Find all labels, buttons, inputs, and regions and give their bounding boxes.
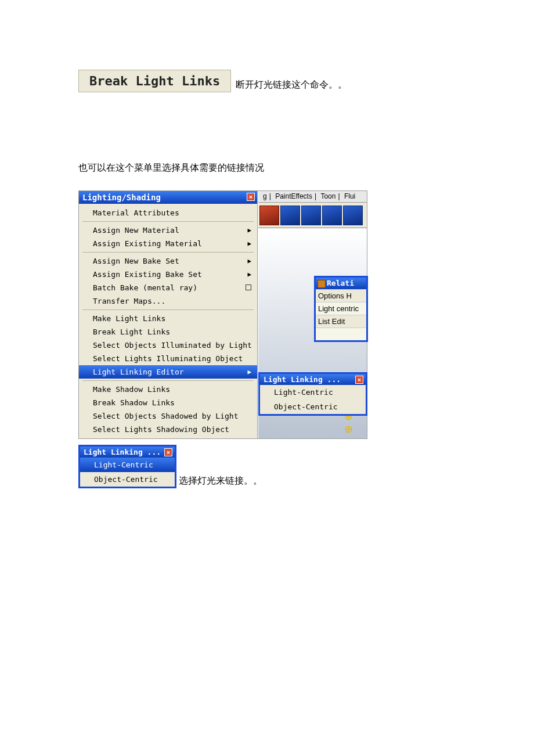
- submenu-title-text: Light Linking ...: [84, 448, 161, 456]
- menu-item-batch-bake[interactable]: Batch Bake (mental ray): [79, 281, 257, 294]
- close-icon[interactable]: ×: [164, 448, 172, 456]
- menu-item-label: Assign Existing Material: [93, 239, 202, 248]
- menu-item-break-shadow-links[interactable]: Break Shadow Links: [79, 396, 257, 409]
- panel-row-text: Light centric: [318, 304, 359, 313]
- submenu-item-light-centric[interactable]: Light-Centric: [260, 385, 366, 399]
- shelf-icon[interactable]: [280, 206, 300, 225]
- menu-item-label: Make Shadow Links: [93, 385, 170, 394]
- menu-item-label: Light Linking Editor: [93, 368, 184, 376]
- menu-item-light-linking-editor[interactable]: Light Linking Editor ▶: [79, 365, 257, 379]
- submenu-body: Light-Centric Object-Centric: [80, 458, 175, 487]
- menu-item-label: Select Lights Shadowing Object: [93, 425, 229, 434]
- chevron-right-icon: ▶: [247, 368, 251, 376]
- menu-item-assign-existing-material[interactable]: Assign Existing Material ▶: [79, 237, 257, 250]
- menu-item-make-light-links[interactable]: Make Light Links: [79, 312, 257, 325]
- menu-separator: [82, 221, 254, 222]
- close-icon[interactable]: ×: [247, 193, 255, 201]
- panel-row-text: List Edit: [318, 317, 345, 326]
- section-note: 也可以在这个菜单里选择具体需要的链接情况: [78, 162, 456, 174]
- menu-item-label: Break Light Links: [93, 327, 170, 336]
- shelf-icon[interactable]: [259, 206, 279, 225]
- menu-item-select-lights-illuminating-object[interactable]: Select Lights Illuminating Object: [79, 352, 257, 365]
- submenu-item-label: Light-Centric: [274, 388, 333, 397]
- menu-item-label: Select Lights Illuminating Object: [93, 354, 243, 363]
- submenu-body: Light-Centric Object-Centric: [260, 385, 366, 414]
- menu-item-make-shadow-links[interactable]: Make Shadow Links: [79, 383, 257, 396]
- menu-item-select-objects-shadowed[interactable]: Select Objects Shadowed by Light: [79, 409, 257, 423]
- submenu-item-label: Object-Centric: [94, 475, 158, 484]
- shelf-tab[interactable]: Flui: [344, 192, 355, 200]
- menu-body: Material Attributes Assign New Material …: [79, 204, 257, 438]
- menu-item-label: Material Attributes: [93, 208, 179, 217]
- relationship-editor-panel: Relati Options H Light centric List Edit: [314, 276, 368, 342]
- panel-menu-row[interactable]: Options H: [316, 289, 366, 302]
- chevron-right-icon: ▶: [247, 271, 251, 278]
- panel-title-text: Relati: [327, 279, 354, 287]
- menu-item-select-lights-shadowing[interactable]: Select Lights Shadowing Object: [79, 423, 257, 436]
- break-light-links-label: Break Light Links: [89, 74, 220, 88]
- manipulator-icon: ⊕: [342, 423, 354, 435]
- menu-item-label: Select Objects Illuminated by Light: [93, 341, 252, 350]
- shelf-tab[interactable]: g: [263, 192, 267, 200]
- menu-item-assign-existing-bake-set[interactable]: Assign Existing Bake Set ▶: [79, 268, 257, 281]
- panel-menu-row[interactable]: List Edit: [316, 315, 366, 327]
- submenu-title-bar: Light Linking ... ×: [80, 447, 175, 458]
- panel-toolbar-row: [316, 327, 366, 340]
- submenu-item-light-centric[interactable]: Light-Centric: [80, 458, 175, 472]
- menu-title-text: Lighting/Shading: [82, 193, 161, 202]
- light-linking-submenu: Light Linking ... × Light-Centric Object…: [258, 372, 367, 416]
- submenu-title-text: Light Linking ...: [264, 375, 341, 384]
- light-linking-small-screenshot: Light Linking ... × Light-Centric Object…: [78, 445, 176, 488]
- menu-separator: [82, 309, 254, 310]
- menu-item-label: Transfer Maps...: [93, 297, 165, 305]
- break-light-links-caption: 断开灯光链接这个命令。。: [236, 79, 347, 91]
- submenu-item-label: Light-Centric: [94, 460, 153, 469]
- menu-item-label: Assign Existing Bake Set: [93, 270, 202, 279]
- menu-item-break-light-links[interactable]: Break Light Links: [79, 325, 257, 339]
- chevron-right-icon: ▶: [247, 240, 251, 247]
- menu-item-material-attributes[interactable]: Material Attributes: [79, 206, 257, 219]
- submenu-title-bar: Light Linking ... ×: [260, 374, 366, 385]
- shelf-tab[interactable]: Toon: [320, 192, 335, 200]
- submenu-item-label: Object-Centric: [274, 402, 338, 411]
- menu-item-label: Select Objects Shadowed by Light: [93, 412, 238, 420]
- menu-separator: [82, 380, 254, 381]
- menu-item-transfer-maps[interactable]: Transfer Maps...: [79, 294, 257, 308]
- menu-item-label: Break Shadow Links: [93, 398, 175, 407]
- bottom-caption: 选择灯光来链接。。: [179, 475, 262, 487]
- menu-item-assign-new-material[interactable]: Assign New Material ▶: [79, 224, 257, 237]
- options-box-icon[interactable]: [246, 285, 251, 290]
- shelf-tabs: g| PaintEffects| Toon| Flui: [258, 191, 367, 203]
- shelf-icon[interactable]: [322, 206, 342, 225]
- shelf-tab[interactable]: PaintEffects: [275, 192, 312, 200]
- chevron-right-icon: ▶: [247, 257, 251, 265]
- menu-title-bar: Lighting/Shading ×: [79, 191, 257, 204]
- lighting-shading-screenshot: Lighting/Shading × Material Attributes A…: [78, 190, 367, 439]
- menu-item-label: Assign New Material: [93, 226, 179, 235]
- panel-mode-row: Light centric: [316, 302, 366, 315]
- menu-item-label: Assign New Bake Set: [93, 257, 179, 265]
- submenu-item-object-centric[interactable]: Object-Centric: [260, 399, 366, 414]
- menu-separator: [82, 252, 254, 253]
- submenu-item-object-centric[interactable]: Object-Centric: [80, 472, 175, 487]
- chevron-right-icon: ▶: [247, 226, 251, 234]
- menu-item-label: Batch Bake (mental ray): [93, 283, 197, 292]
- app-icon: [317, 280, 326, 288]
- menu-item-label: Make Light Links: [93, 314, 165, 323]
- lighting-shading-menu: Lighting/Shading × Material Attributes A…: [79, 191, 258, 438]
- menu-item-assign-new-bake-set[interactable]: Assign New Bake Set ▶: [79, 254, 257, 268]
- shelf-icon[interactable]: [301, 206, 321, 225]
- shelf-icon[interactable]: [343, 206, 363, 225]
- shelf-toolbar: [258, 203, 367, 228]
- panel-row-text: Options H: [318, 291, 352, 300]
- relationship-editor-title: Relati: [316, 278, 366, 289]
- break-light-links-button: Break Light Links: [78, 70, 231, 92]
- menu-item-select-objects-by-light[interactable]: Select Objects Illuminated by Light: [79, 339, 257, 352]
- close-icon[interactable]: ×: [355, 376, 363, 384]
